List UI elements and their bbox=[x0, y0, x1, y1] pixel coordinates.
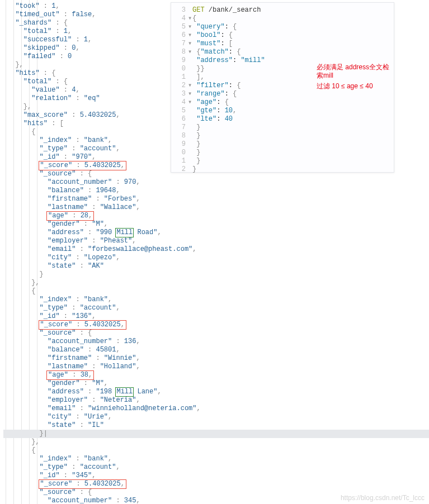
query-line: 2} bbox=[175, 165, 390, 174]
json-line: "age" : 28, bbox=[3, 212, 429, 220]
query-line: 1 } bbox=[175, 157, 390, 165]
json-line: "_index" : "bank", bbox=[3, 296, 429, 304]
query-line: 6 "lte": 40 bbox=[175, 115, 390, 123]
query-line: 7 } bbox=[175, 123, 390, 132]
json-line: "employer" : "Pheast", bbox=[3, 237, 429, 245]
annotation-must: 必须满足 address全文检索mill bbox=[317, 63, 394, 80]
query-line: 3▾ "range": { bbox=[175, 90, 390, 98]
json-line: "city" : "Lopezo", bbox=[3, 254, 429, 262]
query-line: 9 } bbox=[175, 140, 390, 149]
json-line: "_type" : "account", bbox=[3, 463, 429, 472]
json-line: "_score" : 5.4032025, bbox=[3, 480, 429, 488]
query-line: 4▾{ bbox=[175, 15, 390, 23]
score-highlight: "_score" : 5.4032025, bbox=[39, 479, 126, 489]
json-line: }, bbox=[3, 438, 429, 446]
age-highlight: "age" : 38, bbox=[46, 370, 94, 380]
json-line: "state" : "AK" bbox=[3, 262, 429, 270]
json-line: "_id" : "136", bbox=[3, 312, 429, 321]
mill-highlight: Mill bbox=[115, 228, 134, 237]
json-line: "email" : "winnieholland@neteria.com", bbox=[3, 405, 429, 413]
query-line: 5 "gte": 10, bbox=[175, 107, 390, 115]
watermark: https://blog.csdn.net/Tc_lccc bbox=[341, 494, 425, 502]
json-line: "lastname" : "Holland", bbox=[3, 363, 429, 371]
json-line: "address" : "198 Mill Lane", bbox=[3, 388, 429, 396]
json-line-selected: }| bbox=[3, 430, 429, 438]
json-line: } bbox=[3, 270, 429, 279]
score-highlight: "_score" : 5.4032025, bbox=[39, 320, 126, 330]
json-line: "firstname" : "Forbes", bbox=[3, 195, 429, 203]
json-line: { bbox=[3, 446, 429, 455]
json-line: "account_number" : 136, bbox=[3, 337, 429, 346]
json-line: "state" : "IL" bbox=[3, 421, 429, 430]
json-line: "balance" : 45801, bbox=[3, 346, 429, 354]
query-line: 0 } bbox=[175, 149, 390, 157]
query-line: 6▾ "bool": { bbox=[175, 31, 390, 40]
json-line: "_index" : "bank", bbox=[3, 455, 429, 463]
query-line: 8 } bbox=[175, 132, 390, 140]
json-line: "gender" : "M", bbox=[3, 379, 429, 388]
query-line: 8▾ {"match": { bbox=[175, 48, 390, 56]
json-line: "_id" : "345", bbox=[3, 472, 429, 480]
json-line: "gender" : "M", bbox=[3, 220, 429, 229]
json-line: "lastname" : "Wallace", bbox=[3, 203, 429, 212]
json-line: }, bbox=[3, 279, 429, 287]
json-line: "_score" : 5.4032025, bbox=[3, 321, 429, 329]
json-line: "employer" : "Neteria", bbox=[3, 396, 429, 405]
json-line: { bbox=[3, 287, 429, 296]
json-line: "firstname" : "Winnie", bbox=[3, 354, 429, 363]
query-editor-panel[interactable]: 3GET /bank/_search 4▾{ 5▾ "query": { 6▾ … bbox=[171, 2, 394, 173]
json-line: "_type" : "account", bbox=[3, 304, 429, 312]
json-line: "account_number" : 970, bbox=[3, 178, 429, 187]
json-line: "email" : "forbeswallace@pheast.com", bbox=[3, 245, 429, 254]
query-line: 7▾ "must": [ bbox=[175, 40, 390, 48]
json-line: "age" : 38, bbox=[3, 371, 429, 379]
annotation-filter: 过滤 10 ≤ age ≤ 40 bbox=[317, 82, 373, 91]
query-line: 4▾ "age": { bbox=[175, 98, 390, 107]
score-highlight: "_score" : 5.4032025, bbox=[39, 161, 126, 170]
mill-highlight: Mill bbox=[115, 387, 134, 397]
query-line: 3GET /bank/_search bbox=[175, 6, 390, 15]
query-line: 5▾ "query": { bbox=[175, 23, 390, 31]
json-line: "city" : "Urie", bbox=[3, 413, 429, 421]
json-line: "address" : "990 Mill Road", bbox=[3, 229, 429, 237]
age-highlight: "age" : 28, bbox=[46, 211, 94, 221]
json-line: "_source" : { bbox=[3, 329, 429, 337]
json-line: "balance" : 19648, bbox=[3, 187, 429, 195]
